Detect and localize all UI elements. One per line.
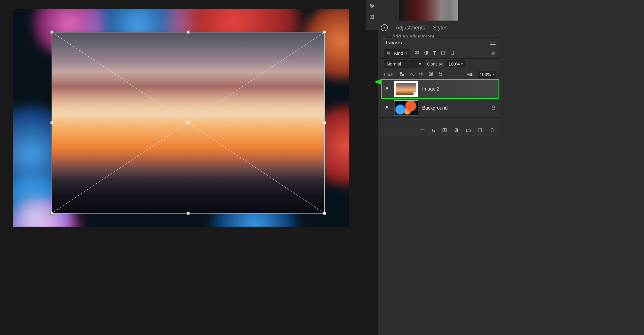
color-gradient-preview <box>399 0 458 21</box>
lock-artboard-icon[interactable] <box>428 71 434 77</box>
fill-label: Fill: <box>466 72 473 77</box>
filter-toggle-dot[interactable] <box>491 52 495 55</box>
color-wheel-icon[interactable] <box>366 0 378 11</box>
delete-layer-icon[interactable] <box>490 127 495 134</box>
right-toolstrip <box>365 0 378 30</box>
transform-handle-nw[interactable] <box>50 31 53 34</box>
svg-rect-13 <box>442 51 445 54</box>
lock-image-icon[interactable] <box>409 71 414 77</box>
properties-tab-row: i Adjustments Styles <box>378 22 644 34</box>
adjustments-tab[interactable]: Adjustments <box>396 25 425 31</box>
layer-name-label: Image 2 <box>422 86 439 92</box>
filter-pixel-icon[interactable] <box>414 50 419 57</box>
filter-adjust-icon[interactable] <box>424 50 429 57</box>
document[interactable] <box>13 9 349 227</box>
blend-mode-value: Normal <box>387 61 401 66</box>
svg-rect-15 <box>400 72 402 74</box>
add-mask-icon[interactable] <box>442 127 447 134</box>
styles-tab[interactable]: Styles <box>433 25 448 31</box>
filter-smart-icon[interactable] <box>450 50 455 57</box>
panel-close-icon[interactable]: × <box>383 36 385 41</box>
transform-handle-n[interactable] <box>187 31 190 34</box>
opacity-input[interactable]: 100%▾ <box>446 60 465 67</box>
transform-center-reference[interactable] <box>185 120 191 125</box>
layers-footer: fx <box>381 125 499 136</box>
layers-tab[interactable]: Layers <box>386 40 402 46</box>
fill-input[interactable]: 100%▾ <box>478 71 496 78</box>
transform-handle-w[interactable] <box>50 121 53 124</box>
svg-rect-16 <box>402 74 404 76</box>
svg-rect-20 <box>439 74 442 76</box>
new-group-icon[interactable] <box>466 127 471 134</box>
link-layers-icon[interactable] <box>420 127 425 134</box>
blend-mode-select[interactable]: Normal ▾ <box>384 60 424 68</box>
transform-handle-s[interactable] <box>187 212 190 215</box>
layer-filter-row: Kind ▾ T <box>381 48 499 59</box>
annotation-arrow-icon <box>374 79 381 85</box>
layer-kind-filter[interactable]: Kind ▾ <box>384 49 410 57</box>
swatches-icon[interactable] <box>366 11 378 23</box>
svg-rect-19 <box>430 73 432 75</box>
layer-name-label: Background <box>422 105 448 111</box>
fill-value: 100% <box>480 72 491 77</box>
canvas-area[interactable] <box>0 0 364 335</box>
layers-panel: × Layers Kind ▾ T Normal ▾ Opacity: <box>381 38 499 136</box>
panel-menu-icon[interactable] <box>490 41 496 45</box>
layer-lock-icon[interactable] <box>491 105 496 111</box>
layer-kind-label: Kind <box>394 51 403 56</box>
transform-handle-e[interactable] <box>323 121 326 124</box>
layer-thumbnail[interactable] <box>394 81 418 97</box>
transform-handle-ne[interactable] <box>323 31 326 34</box>
blend-row: Normal ▾ Opacity: 100%▾ <box>381 59 499 69</box>
layer-thumbnail[interactable] <box>394 100 418 116</box>
new-layer-icon[interactable] <box>478 127 483 134</box>
layer-row-image2[interactable]: 👁 Image 2 <box>381 80 499 99</box>
new-adjustment-icon[interactable] <box>454 127 459 134</box>
transform-handle-sw[interactable] <box>50 212 53 215</box>
svg-rect-14 <box>451 51 454 54</box>
opacity-value: 100% <box>448 61 460 66</box>
visibility-toggle-icon[interactable]: 👁 <box>384 105 390 111</box>
info-icon[interactable]: i <box>381 24 388 31</box>
layer-fx-icon[interactable]: fx <box>432 128 435 133</box>
lock-label: Lock: <box>384 72 395 77</box>
svg-rect-9 <box>372 15 374 19</box>
transform-handle-se[interactable] <box>323 212 326 215</box>
svg-rect-18 <box>429 72 433 76</box>
lock-position-icon[interactable] <box>419 71 424 77</box>
svg-point-23 <box>444 129 445 131</box>
svg-rect-21 <box>492 107 495 109</box>
lock-transparent-icon[interactable] <box>400 71 405 77</box>
filter-shape-icon[interactable] <box>440 50 446 57</box>
lock-row: Lock: Fill: 100%▾ <box>381 69 499 80</box>
layer-list: 👁 Image 2 👁 Background <box>381 80 499 118</box>
placed-image-transform-box[interactable] <box>52 32 324 213</box>
opacity-label: Opacity: <box>427 61 443 66</box>
svg-rect-8 <box>370 15 371 19</box>
layer-row-background[interactable]: 👁 Background <box>381 99 499 118</box>
svg-rect-25 <box>479 128 482 132</box>
right-panel-column: i Adjustments Styles Add an adjustment ×… <box>378 0 644 335</box>
lock-all-icon[interactable] <box>438 71 443 77</box>
visibility-toggle-icon[interactable]: 👁 <box>384 86 390 92</box>
filter-type-icon[interactable]: T <box>433 51 436 56</box>
